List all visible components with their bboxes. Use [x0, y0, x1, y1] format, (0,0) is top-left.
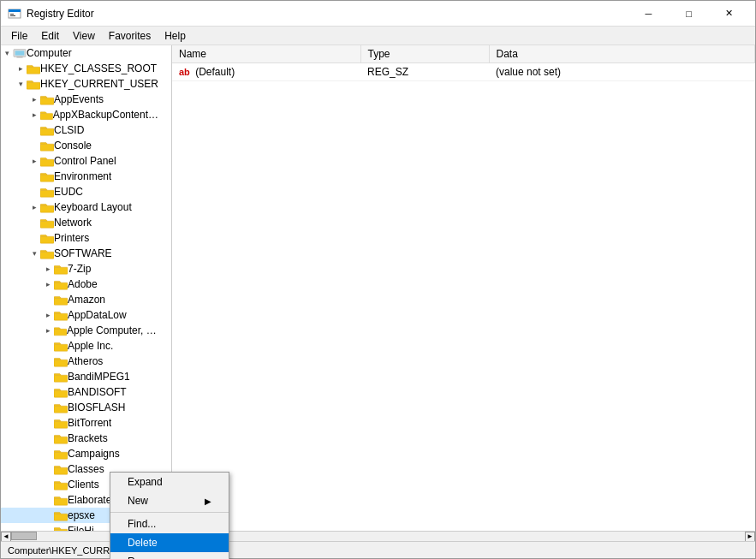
- tree-item-7zip[interactable]: ▸ 7-Zip: [1, 261, 171, 277]
- tree-item-environment[interactable]: Environment: [1, 169, 171, 184]
- expander-7zip[interactable]: ▸: [42, 263, 54, 275]
- label-amazon: Amazon: [68, 294, 105, 306]
- expander-appevents[interactable]: ▸: [28, 93, 40, 105]
- scroll-left-btn[interactable]: ◄: [1, 532, 11, 542]
- expander-software[interactable]: ▾: [28, 247, 40, 259]
- tree-item-bandimpeg1[interactable]: BandiMPEG1: [1, 369, 171, 384]
- svg-rect-1: [9, 9, 21, 12]
- scroll-thumb[interactable]: [11, 532, 37, 540]
- tree-item-controlpanel[interactable]: ▸ Control Panel: [1, 153, 171, 169]
- context-menu-label-expand: Expand: [128, 476, 163, 488]
- tree-item-hklm[interactable]: ▸ HKEY_CLASSES_ROOT: [1, 61, 171, 76]
- expander-hklm[interactable]: ▸: [15, 62, 27, 74]
- reg-icon: ab: [179, 67, 190, 77]
- tree-item-network[interactable]: Network: [1, 215, 171, 230]
- tree-item-apple_computer[interactable]: ▸ Apple Computer, In…: [1, 323, 171, 338]
- no-expander-bandisoft: [42, 386, 54, 398]
- svg-rect-10: [40, 113, 53, 119]
- menu-edit[interactable]: Edit: [34, 28, 66, 44]
- tree-item-console[interactable]: Console: [1, 138, 171, 153]
- context-menu-item-expand[interactable]: Expand: [110, 473, 229, 491]
- app-icon: [8, 7, 21, 21]
- tree-item-hkcu[interactable]: ▾ HKEY_CURRENT_USER: [1, 76, 171, 92]
- tree-item-clsid[interactable]: CLSID: [1, 122, 171, 138]
- col-name: Name: [172, 45, 360, 63]
- tree-item-bittorrent[interactable]: BitTorrent: [1, 415, 171, 431]
- svg-rect-22: [54, 298, 68, 305]
- svg-rect-31: [54, 437, 68, 443]
- context-menu: ExpandNew▶Find...DeleteRename: [110, 472, 229, 559]
- label-computer: Computer: [27, 47, 72, 59]
- label-apple_inc: Apple Inc.: [68, 340, 113, 352]
- label-brackets: Brackets: [68, 432, 108, 444]
- svg-rect-28: [54, 390, 68, 397]
- context-menu-item-new[interactable]: New▶: [110, 491, 229, 510]
- no-expander-bandimpeg1: [42, 371, 54, 383]
- menu-view[interactable]: View: [66, 28, 102, 44]
- tree-item-appevents[interactable]: ▸ AppEvents: [1, 92, 171, 107]
- svg-rect-24: [54, 329, 67, 336]
- label-eudc: EUDC: [54, 186, 83, 198]
- label-campaigns: Campaigns: [68, 448, 120, 460]
- expander-keyboardlayout[interactable]: ▸: [28, 201, 40, 213]
- expander-appdatalow[interactable]: ▸: [42, 309, 54, 321]
- expander-hkcu[interactable]: ▾: [15, 78, 27, 90]
- tree-item-apple_inc[interactable]: Apple Inc.: [1, 338, 171, 354]
- menu-help[interactable]: Help: [158, 28, 193, 44]
- title-bar: Registry Editor ─ □ ✕: [1, 1, 755, 27]
- data-tbody: ab (Default) REG_SZ (value not set): [172, 63, 755, 81]
- minimize-button[interactable]: ─: [629, 1, 668, 27]
- tree-item-adobe[interactable]: ▸ Adobe: [1, 277, 171, 292]
- tree-item-brackets[interactable]: Brackets: [1, 431, 171, 446]
- title-bar-left: Registry Editor: [8, 7, 94, 21]
- label-appevents: AppEvents: [54, 93, 104, 105]
- svg-rect-25: [54, 344, 68, 351]
- expander-computer[interactable]: ▾: [1, 47, 13, 59]
- context-menu-item-find[interactable]: Find...: [110, 514, 229, 533]
- expander-apple_computer[interactable]: ▸: [42, 324, 54, 336]
- svg-rect-32: [54, 452, 68, 459]
- svg-rect-8: [27, 82, 40, 89]
- menu-favorites[interactable]: Favorites: [102, 28, 158, 44]
- svg-rect-29: [54, 406, 68, 413]
- tree-item-appxbackup[interactable]: ▸ AppXBackupContentTy…: [1, 107, 171, 122]
- maximize-button[interactable]: □: [670, 1, 708, 27]
- tree-item-biosflash[interactable]: BIOSFLASH: [1, 400, 171, 415]
- expander-controlpanel[interactable]: ▸: [28, 155, 40, 167]
- context-menu-label-new: New: [128, 495, 148, 507]
- svg-rect-36: [54, 514, 68, 520]
- scroll-right-btn[interactable]: ►: [745, 532, 755, 542]
- tree-item-keyboardlayout[interactable]: ▸ Keyboard Layout: [1, 199, 171, 215]
- no-expander-printers: [28, 232, 40, 244]
- label-appxbackup: AppXBackupContentTy…: [53, 109, 159, 121]
- tree-item-eudc[interactable]: EUDC: [1, 184, 171, 199]
- tree-item-atheros[interactable]: Atheros: [1, 354, 171, 369]
- close-button[interactable]: ✕: [710, 1, 748, 27]
- tree-item-software[interactable]: ▾ SOFTWARE: [1, 246, 171, 261]
- expander-appxbackup[interactable]: ▸: [28, 109, 40, 121]
- expander-adobe[interactable]: ▸: [42, 278, 54, 290]
- tree-item-campaigns[interactable]: Campaigns: [1, 446, 171, 461]
- tree-item-bandisoft[interactable]: BANDISOFT: [1, 384, 171, 400]
- svg-rect-7: [27, 67, 40, 74]
- table-row[interactable]: ab (Default) REG_SZ (value not set): [172, 63, 755, 81]
- tree-item-printers[interactable]: Printers: [1, 230, 171, 246]
- col-type: Type: [360, 45, 489, 63]
- svg-rect-12: [40, 144, 54, 151]
- context-menu-item-rename[interactable]: Rename: [110, 552, 229, 559]
- svg-rect-15: [40, 190, 54, 197]
- col-data: Data: [489, 45, 755, 63]
- data-panel: Name Type Data ab (Default) REG_SZ (valu…: [172, 45, 755, 531]
- tree-item-computer[interactable]: ▾ Computer: [1, 45, 171, 61]
- context-menu-item-delete[interactable]: Delete: [110, 533, 229, 552]
- svg-rect-20: [54, 267, 68, 274]
- tree-panel[interactable]: ▾ Computer▸ HKEY_CLASSES_ROOT▾ HKEY_CURR…: [1, 45, 172, 531]
- no-expander-bittorrent: [42, 417, 54, 429]
- tree-item-appdatalow[interactable]: ▸ AppDataLow: [1, 307, 171, 323]
- label-biosflash: BIOSFLASH: [68, 401, 125, 413]
- label-clsid: CLSID: [54, 124, 84, 136]
- svg-rect-11: [40, 128, 54, 135]
- tree-item-amazon[interactable]: Amazon: [1, 292, 171, 307]
- menu-file[interactable]: File: [4, 28, 34, 44]
- label-bandimpeg1: BandiMPEG1: [68, 371, 130, 383]
